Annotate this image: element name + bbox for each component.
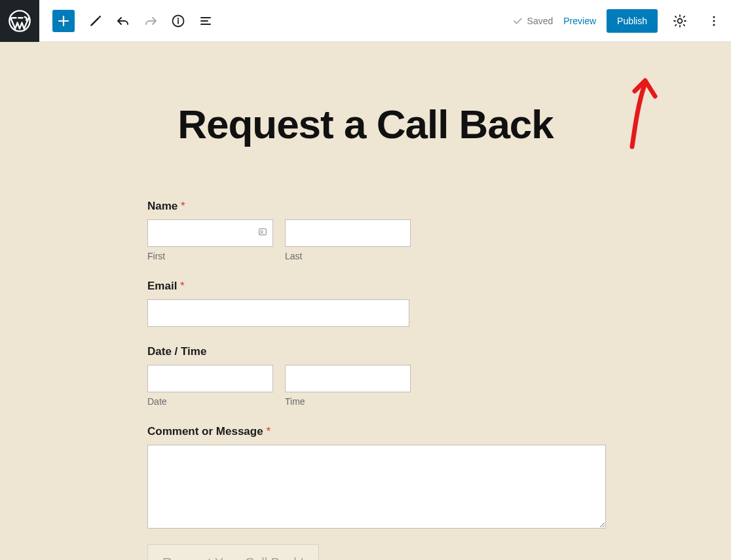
add-block-button[interactable] (52, 10, 75, 32)
name-label-text: Name (147, 200, 178, 212)
save-status-text: Saved (527, 16, 553, 26)
required-mark: * (181, 200, 185, 212)
redo-button[interactable] (139, 9, 162, 33)
undo-button[interactable] (111, 9, 135, 33)
name-label: Name * (147, 200, 606, 213)
publish-button[interactable]: Publish (607, 9, 658, 33)
page-title[interactable]: Request a Call Back (0, 101, 731, 147)
more-options-button[interactable] (702, 9, 726, 33)
info-icon (170, 13, 186, 29)
submit-button[interactable]: Request Your Call Back! (147, 544, 319, 560)
last-sublabel: Last (285, 251, 411, 261)
svg-point-2 (178, 18, 179, 19)
gear-icon (672, 13, 688, 29)
datetime-label: Date / Time (147, 345, 606, 358)
edit-mode-button[interactable] (84, 9, 107, 33)
comment-label: Comment or Message * (147, 425, 606, 438)
required-mark: * (266, 425, 271, 438)
editor-canvas: Request a Call Back Name * First Last (0, 42, 731, 560)
undo-icon (115, 13, 131, 29)
comment-textarea[interactable] (147, 445, 606, 529)
last-name-input[interactable] (285, 219, 411, 247)
first-name-input[interactable] (147, 219, 273, 247)
plus-icon (56, 13, 71, 29)
list-view-icon (198, 13, 214, 29)
date-sublabel: Date (147, 396, 273, 407)
required-mark: * (180, 280, 185, 292)
info-button[interactable] (166, 9, 190, 33)
svg-point-5 (713, 24, 715, 26)
email-input[interactable] (147, 299, 409, 327)
contact-card-icon (257, 227, 268, 240)
editor-toolbar: Saved Preview Publish (0, 0, 731, 42)
form-block: Name * First Last Email * (147, 200, 606, 560)
pencil-icon (88, 13, 103, 29)
outline-button[interactable] (194, 9, 217, 33)
svg-point-4 (713, 20, 715, 22)
wp-logo[interactable] (0, 0, 39, 42)
svg-point-3 (713, 16, 715, 18)
settings-button[interactable] (668, 9, 692, 33)
redo-icon (143, 13, 159, 29)
date-input[interactable] (147, 365, 273, 392)
comment-label-text: Comment or Message (147, 425, 263, 438)
time-sublabel: Time (285, 396, 411, 407)
toolbar-right: Saved Preview Publish (512, 9, 731, 33)
email-label-text: Email (147, 280, 177, 292)
save-status: Saved (512, 15, 553, 27)
email-label: Email * (147, 280, 606, 293)
wordpress-icon (9, 10, 31, 32)
overflow-menu-icon (706, 13, 722, 29)
check-icon (512, 15, 523, 27)
first-sublabel: First (147, 251, 273, 261)
time-input[interactable] (285, 365, 411, 392)
svg-point-7 (261, 231, 263, 233)
toolbar-left (39, 9, 217, 33)
preview-link[interactable]: Preview (563, 16, 596, 26)
